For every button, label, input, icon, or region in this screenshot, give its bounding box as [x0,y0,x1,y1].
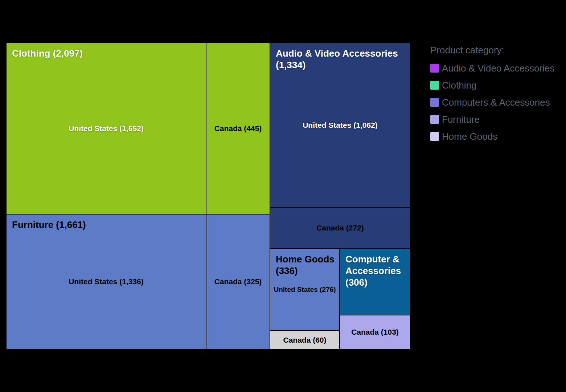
legend-item-label: Home Goods [442,131,497,142]
cell-category-label-line: (336) [276,265,337,277]
cell-country-label: Canada (325) [214,277,262,286]
treemap-cell-clothing-canada[interactable]: Canada (445) [206,43,270,214]
treemap-cell-clothing-united-states[interactable]: Clothing (2,097)United States (1,652) [7,43,206,214]
treemap-cell-audio-video-united-states[interactable]: Audio & Video Accessories(1,334)United S… [270,43,410,207]
legend-item-label: Furniture [442,114,480,125]
treemap-cell-audio-video-canada[interactable]: Canada (272) [270,208,410,248]
legend-item-home-goods[interactable]: Home Goods [430,132,565,141]
cell-category-label: Audio & Video Accessories(1,334) [276,48,408,71]
legend-item-label: Computers & Accessories [442,97,550,108]
cell-label-centerer: Canada (325) [206,215,270,349]
legend-swatch-icon [430,64,439,73]
treemap-cell-computer-accessories-canada[interactable]: Canada (103) [340,315,410,349]
cell-category-label: Furniture (1,661) [12,219,204,230]
cell-country-label: United States (1,062) [303,121,378,130]
cell-category-label-line: Clothing (2,097) [12,48,204,59]
cell-label-centerer: Canada (272) [270,208,410,248]
legend-swatch-icon [430,81,439,90]
cell-label-centerer: Canada (60) [270,331,339,349]
legend-item-clothing[interactable]: Clothing [430,81,565,90]
cell-category-label-line: (306) [345,277,408,288]
cell-country-label: Canada (445) [214,124,262,133]
cell-country-label: Canada (60) [283,336,326,344]
treemap-cell-computer-accessories-main[interactable]: Computer &Accessories(306) [340,249,410,315]
treemap-cell-home-goods-united-states[interactable]: Home Goods(336)United States (276) [270,249,339,330]
legend-item-label: Clothing [442,80,476,91]
legend-item-label: Audio & Video Accessories [442,63,554,74]
legend-swatch-icon [430,115,439,124]
legend-items: Audio & Video AccessoriesClothingCompute… [430,64,565,141]
legend-swatch-icon [430,132,439,141]
treemap-cell-furniture-canada[interactable]: Canada (325) [206,215,270,349]
cell-category-label-line: Furniture (1,661) [12,219,204,230]
legend-item-audio-video-accessories[interactable]: Audio & Video Accessories [430,64,565,73]
cell-category-label-line: Accessories [345,265,408,277]
cell-label-centerer: United States (1,336) [7,215,206,349]
cell-label-centerer: Canada (103) [340,315,410,349]
legend-item-computers-accessories[interactable]: Computers & Accessories [430,98,565,107]
cell-label-centerer: Canada (445) [206,43,270,214]
legend-item-furniture[interactable]: Furniture [430,115,565,124]
cell-category-label-line: Audio & Video Accessories [276,48,408,59]
cell-country-label: United States (1,336) [69,277,144,286]
legend-title: Product category: [430,44,565,56]
cell-category-label-line: Home Goods [276,253,337,265]
legend: Product category: Audio & Video Accessor… [430,44,565,149]
cell-country-label: Canada (272) [316,224,364,232]
cell-category-label: Clothing (2,097) [12,48,204,59]
cell-country-label: United States (276) [274,286,336,294]
treemap-cell-furniture-united-states[interactable]: Furniture (1,661)United States (1,336) [7,215,206,349]
treemap-cell-home-goods-canada[interactable]: Canada (60) [270,331,339,349]
cell-country-label: United States (1,652) [69,124,144,133]
cell-label-centerer: United States (1,652) [7,43,206,214]
cell-category-label: Computer &Accessories(306) [345,253,408,288]
cell-category-label-line: (1,334) [276,59,408,71]
legend-swatch-icon [430,98,439,107]
treemap-chart: Clothing (2,097)United States (1,652)Can… [0,0,566,392]
cell-category-label-line: Computer & [345,253,408,265]
cell-country-label: Canada (103) [351,328,399,336]
cell-category-label: Home Goods(336) [276,253,337,277]
